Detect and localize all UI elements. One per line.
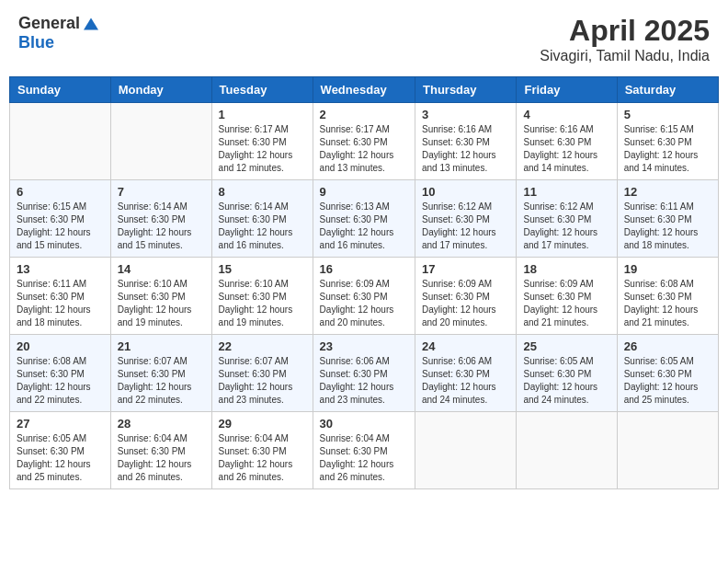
day-number: 20 (17, 339, 104, 353)
calendar-week-row: 13Sunrise: 6:11 AM Sunset: 6:30 PM Dayli… (10, 258, 719, 335)
calendar-cell: 1Sunrise: 6:17 AM Sunset: 6:30 PM Daylig… (211, 103, 313, 180)
day-number: 6 (17, 185, 104, 199)
day-info: Sunrise: 6:04 AM Sunset: 6:30 PM Dayligh… (219, 432, 306, 484)
calendar-cell: 5Sunrise: 6:15 AM Sunset: 6:30 PM Daylig… (617, 103, 718, 180)
calendar-cell: 22Sunrise: 6:07 AM Sunset: 6:30 PM Dayli… (211, 335, 313, 412)
logo-general-text: General (18, 14, 80, 33)
day-number: 5 (624, 108, 711, 121)
calendar-header-row: SundayMondayTuesdayWednesdayThursdayFrid… (10, 77, 719, 103)
day-info: Sunrise: 6:07 AM Sunset: 6:30 PM Dayligh… (118, 355, 205, 407)
calendar-cell: 15Sunrise: 6:10 AM Sunset: 6:30 PM Dayli… (211, 258, 313, 335)
day-number: 29 (219, 417, 306, 431)
calendar-cell: 28Sunrise: 6:04 AM Sunset: 6:30 PM Dayli… (110, 412, 211, 489)
calendar-cell: 18Sunrise: 6:09 AM Sunset: 6:30 PM Dayli… (517, 258, 617, 335)
day-info: Sunrise: 6:04 AM Sunset: 6:30 PM Dayligh… (320, 432, 408, 484)
day-info: Sunrise: 6:07 AM Sunset: 6:30 PM Dayligh… (219, 355, 306, 407)
calendar-cell: 26Sunrise: 6:05 AM Sunset: 6:30 PM Dayli… (617, 335, 718, 412)
day-info: Sunrise: 6:08 AM Sunset: 6:30 PM Dayligh… (624, 278, 711, 329)
calendar-cell: 6Sunrise: 6:15 AM Sunset: 6:30 PM Daylig… (10, 180, 111, 258)
day-info: Sunrise: 6:11 AM Sunset: 6:30 PM Dayligh… (624, 201, 711, 252)
day-number: 11 (523, 185, 609, 199)
title-area: April 2025 Sivagiri, Tamil Nadu, India (540, 14, 710, 64)
calendar-cell: 3Sunrise: 6:16 AM Sunset: 6:30 PM Daylig… (415, 103, 517, 180)
day-info: Sunrise: 6:17 AM Sunset: 6:30 PM Dayligh… (219, 123, 306, 175)
calendar-cell: 13Sunrise: 6:11 AM Sunset: 6:30 PM Dayli… (10, 258, 111, 335)
calendar-cell (110, 103, 211, 180)
day-info: Sunrise: 6:09 AM Sunset: 6:30 PM Dayligh… (320, 278, 408, 329)
calendar-cell (10, 103, 111, 180)
day-info: Sunrise: 6:06 AM Sunset: 6:30 PM Dayligh… (422, 355, 509, 407)
calendar-cell: 25Sunrise: 6:05 AM Sunset: 6:30 PM Dayli… (517, 335, 617, 412)
calendar-cell: 8Sunrise: 6:14 AM Sunset: 6:30 PM Daylig… (211, 180, 313, 258)
day-info: Sunrise: 6:10 AM Sunset: 6:30 PM Dayligh… (219, 278, 306, 329)
calendar-week-row: 20Sunrise: 6:08 AM Sunset: 6:30 PM Dayli… (10, 335, 719, 412)
calendar-cell (617, 412, 718, 489)
day-number: 8 (219, 185, 306, 199)
day-number: 15 (219, 262, 306, 276)
calendar-cell: 2Sunrise: 6:17 AM Sunset: 6:30 PM Daylig… (313, 103, 415, 180)
svg-marker-0 (84, 17, 98, 29)
day-info: Sunrise: 6:08 AM Sunset: 6:30 PM Dayligh… (17, 355, 104, 407)
calendar: SundayMondayTuesdayWednesdayThursdayFrid… (9, 76, 719, 489)
day-number: 18 (523, 262, 609, 276)
day-number: 28 (118, 417, 205, 431)
day-number: 7 (118, 185, 205, 199)
calendar-cell: 11Sunrise: 6:12 AM Sunset: 6:30 PM Dayli… (517, 180, 617, 258)
day-number: 26 (624, 339, 711, 353)
calendar-cell: 4Sunrise: 6:16 AM Sunset: 6:30 PM Daylig… (517, 103, 617, 180)
day-info: Sunrise: 6:12 AM Sunset: 6:30 PM Dayligh… (523, 201, 609, 252)
calendar-week-row: 27Sunrise: 6:05 AM Sunset: 6:30 PM Dayli… (10, 412, 719, 489)
day-number: 13 (17, 262, 104, 276)
day-of-week-header: Friday (517, 77, 617, 103)
calendar-cell (517, 412, 617, 489)
day-number: 1 (219, 108, 306, 121)
day-info: Sunrise: 6:05 AM Sunset: 6:30 PM Dayligh… (624, 355, 711, 407)
calendar-cell: 17Sunrise: 6:09 AM Sunset: 6:30 PM Dayli… (415, 258, 517, 335)
day-info: Sunrise: 6:09 AM Sunset: 6:30 PM Dayligh… (422, 278, 509, 329)
main-title: April 2025 (540, 14, 710, 48)
calendar-cell: 23Sunrise: 6:06 AM Sunset: 6:30 PM Dayli… (313, 335, 415, 412)
day-number: 22 (219, 339, 306, 353)
header: General Blue April 2025 Sivagiri, Tamil … (9, 9, 719, 69)
day-number: 17 (422, 262, 509, 276)
day-info: Sunrise: 6:16 AM Sunset: 6:30 PM Dayligh… (422, 123, 509, 175)
day-of-week-header: Monday (110, 77, 211, 103)
day-info: Sunrise: 6:17 AM Sunset: 6:30 PM Dayligh… (320, 123, 408, 175)
calendar-cell: 29Sunrise: 6:04 AM Sunset: 6:30 PM Dayli… (211, 412, 313, 489)
day-number: 19 (624, 262, 711, 276)
calendar-cell: 20Sunrise: 6:08 AM Sunset: 6:30 PM Dayli… (10, 335, 111, 412)
day-number: 21 (118, 339, 205, 353)
day-number: 27 (17, 417, 104, 431)
day-number: 2 (320, 108, 408, 121)
calendar-cell: 12Sunrise: 6:11 AM Sunset: 6:30 PM Dayli… (617, 180, 718, 258)
day-info: Sunrise: 6:09 AM Sunset: 6:30 PM Dayligh… (523, 278, 609, 329)
logo: General Blue (18, 14, 98, 52)
day-number: 23 (320, 339, 408, 353)
day-info: Sunrise: 6:05 AM Sunset: 6:30 PM Dayligh… (17, 432, 104, 484)
day-info: Sunrise: 6:04 AM Sunset: 6:30 PM Dayligh… (118, 432, 205, 484)
calendar-cell: 27Sunrise: 6:05 AM Sunset: 6:30 PM Dayli… (10, 412, 111, 489)
day-info: Sunrise: 6:15 AM Sunset: 6:30 PM Dayligh… (624, 123, 711, 175)
day-of-week-header: Sunday (10, 77, 111, 103)
day-number: 25 (523, 339, 609, 353)
calendar-cell: 16Sunrise: 6:09 AM Sunset: 6:30 PM Dayli… (313, 258, 415, 335)
day-number: 3 (422, 108, 509, 121)
calendar-cell: 19Sunrise: 6:08 AM Sunset: 6:30 PM Dayli… (617, 258, 718, 335)
day-info: Sunrise: 6:05 AM Sunset: 6:30 PM Dayligh… (523, 355, 609, 407)
day-number: 16 (320, 262, 408, 276)
calendar-cell: 14Sunrise: 6:10 AM Sunset: 6:30 PM Dayli… (110, 258, 211, 335)
day-number: 30 (320, 417, 408, 431)
day-of-week-header: Wednesday (313, 77, 415, 103)
calendar-cell: 9Sunrise: 6:13 AM Sunset: 6:30 PM Daylig… (313, 180, 415, 258)
day-info: Sunrise: 6:10 AM Sunset: 6:30 PM Dayligh… (118, 278, 205, 329)
calendar-cell: 7Sunrise: 6:14 AM Sunset: 6:30 PM Daylig… (110, 180, 211, 258)
day-number: 24 (422, 339, 509, 353)
day-info: Sunrise: 6:06 AM Sunset: 6:30 PM Dayligh… (320, 355, 408, 407)
day-number: 10 (422, 185, 509, 199)
calendar-cell: 24Sunrise: 6:06 AM Sunset: 6:30 PM Dayli… (415, 335, 517, 412)
calendar-cell: 10Sunrise: 6:12 AM Sunset: 6:30 PM Dayli… (415, 180, 517, 258)
day-of-week-header: Thursday (415, 77, 517, 103)
day-info: Sunrise: 6:13 AM Sunset: 6:30 PM Dayligh… (320, 201, 408, 252)
day-info: Sunrise: 6:11 AM Sunset: 6:30 PM Dayligh… (17, 278, 104, 329)
day-number: 12 (624, 185, 711, 199)
